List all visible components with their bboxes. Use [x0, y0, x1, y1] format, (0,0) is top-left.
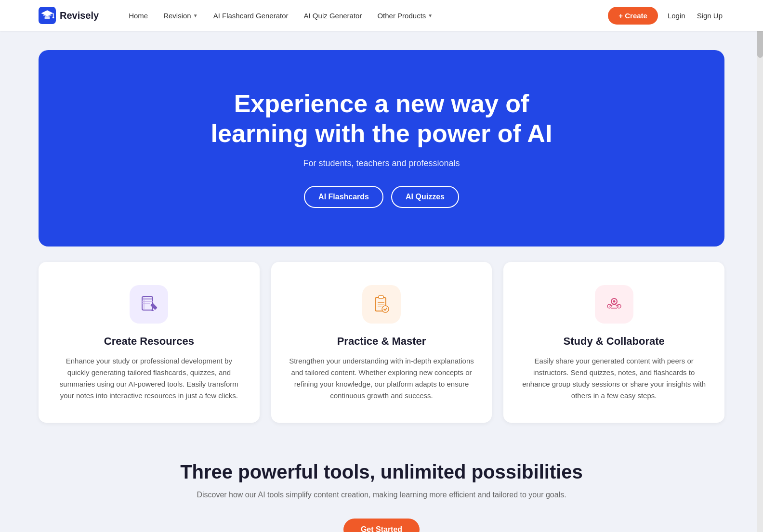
feature-cards: Create Resources Enhance your study or p…	[39, 262, 724, 423]
main-content: Experience a new way of learning with th…	[0, 31, 763, 532]
hero-section: Experience a new way of learning with th…	[39, 50, 724, 247]
create-resources-title: Create Resources	[56, 335, 242, 348]
create-resources-card: Create Resources Enhance your study or p…	[39, 262, 260, 423]
study-collaborate-desc: Easily share your generated content with…	[521, 355, 707, 402]
svg-point-20	[613, 300, 615, 302]
login-button[interactable]: Login	[666, 8, 687, 24]
svg-point-22	[617, 304, 621, 308]
revision-chevron-icon: ▼	[193, 13, 198, 18]
header: Revisely Home Revision ▼ AI Flashcard Ge…	[0, 0, 763, 31]
practice-master-icon-wrap	[362, 285, 401, 324]
nav-other-products[interactable]: Other Products ▼	[370, 8, 439, 24]
create-button[interactable]: + Create	[608, 7, 658, 25]
study-collaborate-title: Study & Collaborate	[521, 335, 707, 348]
nav: Home Revision ▼ AI Flashcard Generator A…	[122, 8, 592, 24]
svg-rect-11	[150, 303, 158, 310]
logo-icon	[39, 7, 56, 24]
header-actions: + Create Login Sign Up	[608, 7, 724, 25]
signup-button[interactable]: Sign Up	[695, 8, 724, 24]
study-collaborate-card: Study & Collaborate Easily share your ge…	[503, 262, 724, 423]
svg-rect-14	[379, 296, 383, 298]
study-collaborate-icon	[604, 294, 625, 315]
svg-rect-2	[43, 15, 52, 16]
bottom-subtitle: Discover how our AI tools simplify conte…	[39, 491, 724, 499]
logo[interactable]: Revisely	[39, 7, 99, 24]
logo-text: Revisely	[60, 10, 99, 21]
create-resources-desc: Enhance your study or professional devel…	[56, 355, 242, 402]
other-products-chevron-icon: ▼	[428, 13, 433, 18]
bottom-cta-button[interactable]: Get Started	[343, 519, 420, 532]
practice-master-icon	[371, 294, 392, 315]
nav-home[interactable]: Home	[122, 8, 155, 24]
scrollbar[interactable]	[757, 0, 763, 532]
ai-quizzes-button[interactable]: AI Quizzes	[391, 186, 459, 208]
nav-ai-flashcard-generator[interactable]: AI Flashcard Generator	[207, 8, 295, 24]
practice-master-card: Practice & Master Strengthen your unders…	[271, 262, 492, 423]
create-resources-icon	[138, 294, 159, 315]
bottom-title: Three powerful tools, unlimited possibil…	[39, 461, 724, 483]
svg-point-5	[53, 17, 54, 19]
svg-rect-3	[45, 16, 50, 19]
hero-subtitle: For students, teachers and professionals	[58, 158, 705, 169]
bottom-section: Three powerful tools, unlimited possibil…	[39, 452, 724, 532]
create-resources-icon-wrap	[130, 285, 168, 324]
svg-point-18	[382, 306, 389, 312]
practice-master-desc: Strengthen your understanding with in-de…	[289, 355, 475, 402]
ai-flashcards-button[interactable]: AI Flashcards	[304, 186, 383, 208]
hero-title: Experience a new way of learning with th…	[208, 89, 555, 149]
study-collaborate-icon-wrap	[595, 285, 633, 324]
hero-buttons: AI Flashcards AI Quizzes	[58, 186, 705, 208]
practice-master-title: Practice & Master	[289, 335, 475, 348]
nav-revision[interactable]: Revision ▼	[157, 8, 204, 24]
nav-ai-quiz-generator[interactable]: AI Quiz Generator	[297, 8, 369, 24]
